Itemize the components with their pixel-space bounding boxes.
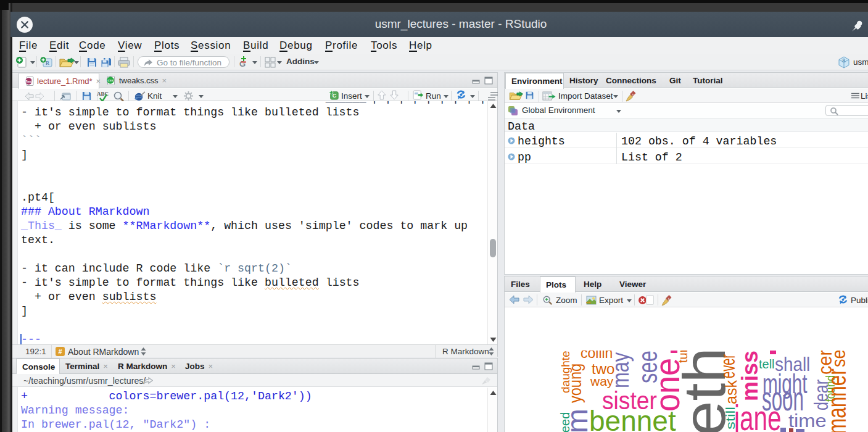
svg-text:G: G bbox=[239, 59, 246, 69]
svg-text:css: css bbox=[107, 78, 113, 82]
svg-text:R: R bbox=[842, 58, 846, 64]
svg-text:Rmd: Rmd bbox=[25, 80, 32, 83]
svg-text:ABC: ABC bbox=[97, 91, 109, 97]
svg-text:#: # bbox=[58, 348, 62, 355]
svg-text:C: C bbox=[333, 93, 337, 99]
